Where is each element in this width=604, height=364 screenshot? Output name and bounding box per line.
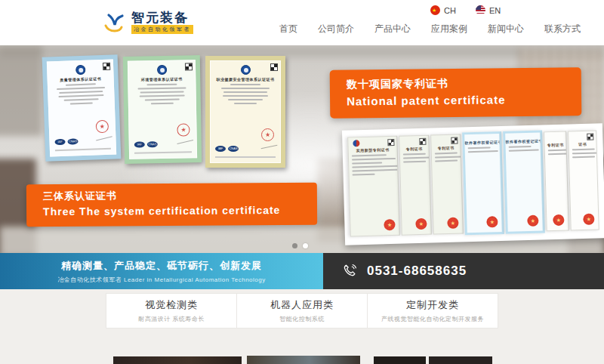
patent-title: 专利证书	[545, 143, 566, 148]
info-bar: 精确测量、产品稳定、砥节砺行、创新发展 冶金自动化技术领军者 Leader in…	[0, 253, 604, 289]
factory-image[interactable]	[374, 356, 426, 364]
slogan-bar: 精确测量、产品稳定、砥节砺行、创新发展 冶金自动化技术领军者 Leader in…	[0, 253, 323, 289]
photo-shelf	[0, 45, 42, 136]
nav-news[interactable]: 新闻中心	[488, 23, 524, 35]
qr-code-icon	[388, 140, 393, 145]
cnas-logo: CNAS	[147, 141, 158, 147]
red-seal-icon: ★	[261, 128, 274, 141]
cert-banner-en: Three The system certification certifica…	[43, 204, 317, 218]
copyright-title: 软件著作权登记证书	[464, 140, 499, 145]
category-title: 定制开发类	[406, 298, 459, 312]
logo-name: 智元装备	[131, 11, 193, 25]
red-seal-icon: ★	[553, 214, 564, 226]
nav-cases[interactable]: 应用案例	[431, 23, 467, 35]
logo-text: 智元装备 冶金自动化领军者	[131, 11, 193, 34]
china-flag-icon: ★	[430, 5, 440, 15]
signature	[95, 132, 112, 140]
red-seal-icon: ★	[384, 219, 395, 230]
logo-tagline: 冶金自动化领军者	[131, 25, 193, 34]
patent-certificate: 专利证书 ★	[430, 134, 464, 234]
header: 智元装备 冶金自动化领军者 ★ CH EN 首页 公司简介 产品中心 应用案例 …	[0, 0, 604, 45]
red-seal-icon: ★	[447, 217, 458, 229]
carousel-dot-2[interactable]	[303, 243, 308, 248]
qr-code-icon	[451, 138, 457, 143]
category-subtitle: 产线视觉智能化自动化定制开发服务	[381, 315, 484, 323]
factory-image[interactable]	[429, 356, 492, 364]
category-title: 视觉检测类	[145, 298, 198, 312]
category-robot[interactable]: 机器人应用类 智能化控制系统	[236, 294, 367, 328]
iaf-logo: IAF	[54, 139, 65, 145]
accreditation-logos: IAF CNAS	[134, 141, 158, 148]
cert-emblem-icon	[156, 65, 166, 75]
category-box: 视觉检测类 耐高温设计 系统寿命长 机器人应用类 智能化控制系统 定制开发类 产…	[106, 293, 498, 329]
category-subtitle: 智能化控制系统	[279, 315, 325, 323]
red-seal-icon: ★	[96, 120, 109, 134]
phone-number[interactable]: 0531-68658635	[367, 264, 467, 279]
patent-banner-en: National patent certificate	[347, 92, 581, 107]
nav-contact[interactable]: 联系方式	[544, 23, 581, 35]
red-seal-icon: ★	[527, 215, 538, 227]
flag-canton	[476, 5, 481, 10]
red-seal-icon: ★	[486, 216, 498, 227]
qr-code-icon	[103, 63, 109, 69]
qr-code-icon	[420, 139, 425, 144]
cnipa-logo-icon	[353, 140, 359, 147]
logo[interactable]: 智元装备 冶金自动化领军者	[101, 10, 193, 34]
us-flag-icon	[476, 5, 485, 15]
cert-emblem-icon	[241, 65, 251, 75]
signature	[260, 141, 278, 149]
lang-en-label: EN	[489, 6, 501, 15]
cert-title: 质量管理体系认证证书	[60, 76, 101, 82]
patent-certificates-panel: 实用新型专利证书 ★ 专利证书 ★ 专利证书 ★ 软件著作权登记证书 ★	[342, 123, 604, 245]
accreditation-logos: IAF CNAS	[54, 138, 78, 145]
slogan-subtitle: 冶金自动化技术领军者 Leader in Metallurgical Autom…	[57, 276, 266, 284]
qr-code-icon	[587, 134, 593, 140]
cert-banner-cn: 三体系认证证书	[43, 188, 317, 204]
copyright-title: 软件著作权登记证书	[505, 139, 540, 144]
nav-products[interactable]: 产品中心	[374, 23, 411, 35]
patent-certificate: 专利证书 ★	[399, 135, 432, 236]
patent-title: 证书	[569, 141, 596, 147]
category-custom[interactable]: 定制开发类 产线视觉智能化自动化定制开发服务	[367, 294, 498, 328]
main-nav: 首页 公司简介 产品中心 应用案例 新闻中心 联系方式	[279, 23, 581, 35]
carousel-dots	[292, 243, 308, 248]
patent-certificate: 专利证书 ★	[544, 131, 569, 232]
red-seal-icon: ★	[177, 123, 190, 136]
category-section: 视觉检测类 耐高温设计 系统寿命长 机器人应用类 智能化控制系统 定制开发类 产…	[0, 289, 604, 332]
lang-ch-label: CH	[444, 6, 456, 15]
cert-title: 环境管理体系认证证书	[141, 77, 183, 82]
patent-certificate: 证书 ★	[568, 130, 599, 230]
copyright-certificate: 软件著作权登记证书 ★	[462, 131, 504, 235]
patent-title: 专利证书	[400, 147, 429, 152]
certification-banner: 三体系认证证书 Three The system certification c…	[26, 183, 317, 227]
iso-cert-quality: 质量管理体系认证证书 ★ IAF CNAS	[42, 54, 122, 161]
category-subtitle: 耐高温设计 系统寿命长	[138, 315, 205, 323]
nav-company[interactable]: 公司简介	[318, 23, 354, 35]
factory-image[interactable]	[113, 356, 242, 364]
iso-certificates: 质量管理体系认证证书 ★ IAF CNAS 环境管理体系认证证书	[44, 56, 285, 168]
cert-footer-line	[134, 151, 192, 153]
cert-footer-line	[215, 156, 276, 158]
category-vision[interactable]: 视觉检测类 耐高温设计 系统寿命长	[106, 294, 236, 328]
cert-emblem-icon	[76, 65, 85, 75]
signature	[176, 136, 193, 144]
iaf-logo: IAF	[134, 141, 145, 147]
accreditation-logos: IAF CNAS	[215, 146, 239, 152]
flag-star: ★	[432, 5, 436, 15]
cert-title: 职业健康安全管理体系认证证书	[217, 77, 275, 82]
logo-bird-icon	[101, 10, 127, 34]
patent-title: 专利证书	[432, 145, 461, 150]
red-seal-icon: ★	[583, 214, 594, 225]
carousel-dot-1[interactable]	[292, 243, 297, 248]
lang-ch[interactable]: ★ CH	[430, 5, 456, 15]
patent-banner-cn: 数十项国家专利证书	[347, 76, 581, 91]
cnas-logo: CNAS	[228, 146, 239, 152]
red-seal-icon: ★	[415, 218, 427, 230]
bottom-section	[0, 332, 604, 364]
factory-image[interactable]	[247, 356, 360, 364]
phone-bar: 0531-68658635	[323, 253, 604, 289]
language-switcher: ★ CH EN	[430, 5, 501, 15]
cert-footer-line	[55, 148, 111, 152]
lang-en[interactable]: EN	[476, 5, 501, 15]
nav-home[interactable]: 首页	[279, 23, 297, 35]
